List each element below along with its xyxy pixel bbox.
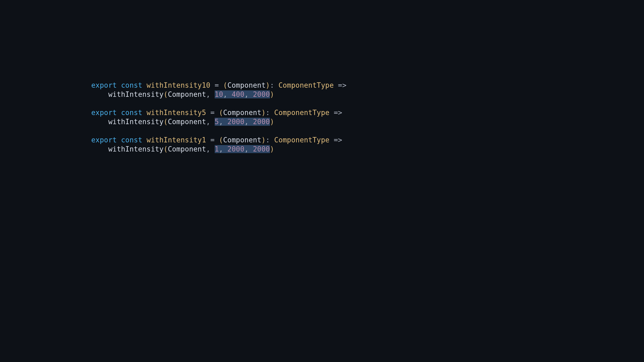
fn-call: withIntensity (108, 118, 163, 126)
fn-call: withIntensity (108, 90, 163, 98)
comma: , (244, 90, 249, 98)
keyword-export: export (91, 109, 117, 117)
selection-highlight: 5, 2000, 2000 (215, 118, 270, 126)
comma: , (206, 145, 210, 153)
op-eq: = (210, 136, 215, 144)
rparen: ) (270, 90, 274, 98)
num: 10 (215, 90, 223, 98)
num: 1 (215, 145, 219, 153)
op-colon: : (266, 136, 270, 144)
lparen: ( (164, 145, 168, 153)
type-componenttype: ComponentType (274, 109, 330, 117)
lparen: ( (164, 118, 168, 126)
num: 2000 (253, 118, 270, 126)
lparen: ( (223, 81, 228, 89)
rparen: ) (261, 136, 266, 144)
op-colon: : (266, 109, 270, 117)
ident-component: Component (168, 90, 206, 98)
lparen: ( (219, 136, 223, 144)
num: 2000 (227, 145, 244, 153)
num: 5 (215, 118, 219, 126)
ident-component: Component (223, 136, 262, 144)
comma: , (244, 145, 249, 153)
code-block[interactable]: export const withIntensity10 = (Componen… (91, 81, 346, 154)
op-arrow: => (334, 136, 342, 144)
ident-component: Component (223, 109, 262, 117)
fn-name-1: withIntensity1 (147, 136, 206, 144)
comma: , (219, 118, 223, 126)
op-eq: = (210, 109, 215, 117)
comma: , (219, 145, 223, 153)
ident-component: Component (227, 81, 266, 89)
num: 2000 (253, 145, 270, 153)
num: 400 (232, 90, 244, 98)
keyword-export: export (91, 136, 117, 144)
comma: , (223, 90, 228, 98)
comma: , (244, 118, 249, 126)
lparen: ( (219, 109, 223, 117)
rparen: ) (270, 118, 274, 126)
op-colon: : (270, 81, 274, 89)
keyword-const: const (121, 136, 142, 144)
num: 2000 (253, 90, 270, 98)
rparen: ) (261, 109, 266, 117)
keyword-export: export (91, 81, 117, 89)
lparen: ( (164, 90, 168, 98)
type-componenttype: ComponentType (274, 136, 330, 144)
fn-name-10: withIntensity10 (147, 81, 210, 89)
keyword-const: const (121, 81, 142, 89)
selection-highlight: 10, 400, 2000 (215, 90, 270, 98)
keyword-const: const (121, 109, 142, 117)
fn-call: withIntensity (108, 145, 163, 153)
op-arrow: => (334, 109, 342, 117)
ident-component: Component (168, 145, 206, 153)
fn-name-5: withIntensity5 (147, 109, 206, 117)
num: 2000 (227, 118, 244, 126)
selection-highlight: 1, 2000, 2000 (215, 145, 270, 153)
op-arrow: => (338, 81, 347, 89)
rparen: ) (266, 81, 270, 89)
comma: , (206, 90, 210, 98)
op-eq: = (215, 81, 219, 89)
ident-component: Component (168, 118, 206, 126)
type-componenttype: ComponentType (279, 81, 334, 89)
rparen: ) (270, 145, 274, 153)
comma: , (206, 118, 210, 126)
